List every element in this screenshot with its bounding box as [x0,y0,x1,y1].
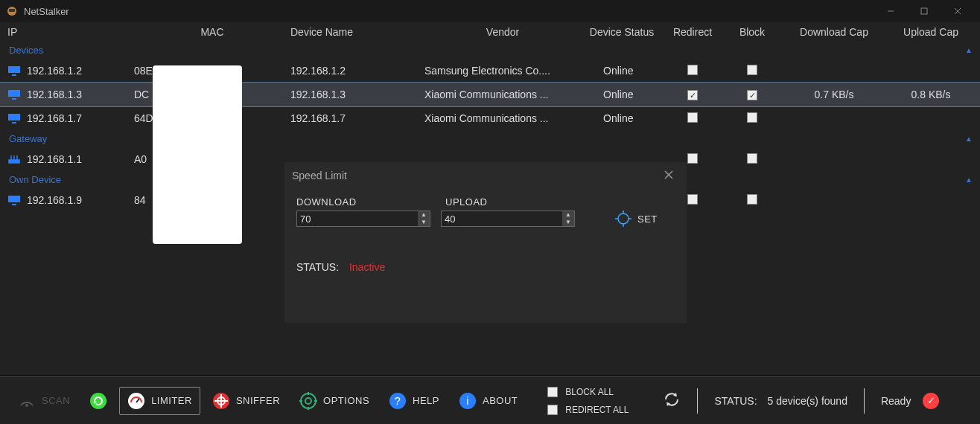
table-row[interactable]: 192.168.1.3 DC 192.168.1.3 Xiaomi Commun… [0,83,980,106]
block-all-checkbox[interactable]: BLOCK ALL [547,387,629,397]
header-upload-cap[interactable]: Upload Cap [886,26,976,38]
title-bar: NetStalker [0,0,980,22]
options-label: OPTIONS [323,395,369,406]
minimize-button[interactable] [874,0,907,22]
cell-dcap: 0.7 KB/s [782,89,886,100]
svg-point-8 [618,213,629,224]
header-mac[interactable]: MAC [134,26,290,38]
ready-label: Ready [881,395,911,407]
close-button[interactable] [941,0,974,22]
redirect-all-checkbox[interactable]: REDIRECT ALL [547,405,629,415]
download-input[interactable]: 70 ▲▼ [296,211,430,227]
download-value: 70 [297,213,418,225]
upload-value: 40 [442,213,562,225]
group-label: Gateway [9,133,47,144]
header-download-cap[interactable]: Download Cap [782,26,886,38]
header-ip[interactable]: IP [7,26,134,38]
spinner-up-icon[interactable]: ▲ [418,211,430,219]
spinner-down-icon[interactable]: ▼ [562,219,574,226]
download-label: DOWNLOAD [296,196,430,208]
sync-button[interactable] [663,391,681,411]
svg-point-13 [25,404,28,407]
cell-ip: 192.168.1.2 [27,65,82,77]
group-devices[interactable]: Devices ▲ [0,42,980,59]
dialog-close-button[interactable] [658,166,679,185]
about-button[interactable]: i ABOUT [451,388,525,414]
cell-ip: 192.168.1.7 [27,112,82,124]
redirect-all-label: REDIRECT ALL [565,405,629,415]
maximize-button[interactable] [907,0,941,22]
monitor-icon [7,195,21,205]
refresh-icon [89,392,107,410]
cell-status: Online [581,89,663,100]
group-gateway[interactable]: Gateway ▲ [0,130,980,147]
svg-rect-1 [9,9,15,12]
group-label: Devices [9,45,43,56]
help-button[interactable]: ? HELP [381,388,447,414]
cell-block[interactable] [722,65,782,77]
svg-rect-3 [921,8,927,14]
spinner-up-icon[interactable]: ▲ [562,211,574,219]
set-label: SET [637,213,658,225]
cell-block[interactable] [722,153,782,166]
cell-name: 192.168.1.2 [290,65,424,77]
cell-redirect[interactable] [663,89,722,101]
set-button[interactable]: SET [615,211,658,227]
cell-block[interactable] [722,89,782,101]
info-icon: i [459,392,477,410]
ready-indicator-icon [923,393,939,409]
dialog-title: Speed Limit [292,170,347,182]
table-row[interactable]: 192.168.1.2 08E 192.168.1.2 Samsung Elec… [0,59,980,83]
status-label: STATUS: [714,395,757,407]
cell-redirect[interactable] [663,65,722,77]
upload-label: UPLOAD [445,196,579,208]
sniffer-button[interactable]: SNIFFER [205,388,287,414]
limiter-button[interactable]: LIMITER [119,387,200,415]
cell-name: 192.168.1.3 [290,89,424,100]
about-label: ABOUT [483,395,518,406]
svg-point-21 [301,394,316,408]
svg-text:?: ? [395,394,401,407]
header-block[interactable]: Block [722,26,782,38]
monitor-icon [7,113,21,123]
options-button[interactable]: OPTIONS [292,388,377,414]
gauge-icon [127,392,145,410]
cell-status: Online [581,112,663,124]
redaction-mask [153,65,242,244]
svg-text:i: i [466,395,469,407]
chevron-up-icon: ▲ [965,46,973,54]
modal-status-value: Inactive [349,261,385,273]
table-row[interactable]: 192.168.1.7 64D 192.168.1.7 Xiaomi Commu… [0,106,980,130]
header-vendor[interactable]: Vendor [424,26,581,38]
group-label: Own Device [9,174,61,185]
cell-ip: 192.168.1.3 [27,89,82,100]
header-redirect[interactable]: Redirect [663,26,722,38]
cell-block[interactable] [722,194,782,207]
header-status[interactable]: Device Status [581,26,663,38]
cell-block[interactable] [722,112,782,125]
column-headers: IP MAC Device Name Vendor Device Status … [0,22,980,42]
monitor-icon [7,89,21,100]
upload-input[interactable]: 40 ▲▼ [441,211,575,227]
cell-vendor: Xiaomi Communications ... [424,89,581,100]
radar-icon [18,392,36,410]
cell-redirect[interactable] [663,112,722,125]
refresh-button[interactable] [82,388,115,414]
chevron-up-icon: ▲ [965,135,973,143]
cell-vendor: Samsung Electronics Co.... [424,65,581,77]
spinner-down-icon[interactable]: ▼ [418,219,430,226]
status-value: 5 device(s) found [768,395,847,407]
crosshair-icon [212,392,230,410]
app-title: NetStalker [24,6,69,17]
scan-button[interactable]: SCAN [10,388,77,414]
header-name[interactable]: Device Name [290,26,424,38]
chevron-up-icon: ▲ [965,176,973,184]
divider [864,388,865,414]
divider [697,388,698,414]
cell-name: 192.168.1.7 [290,112,424,124]
gear-icon [299,392,317,410]
modal-status-label: STATUS: [296,261,339,273]
svg-point-14 [90,393,106,409]
app-icon [6,5,18,17]
cell-ip: 192.168.1.9 [27,194,82,206]
